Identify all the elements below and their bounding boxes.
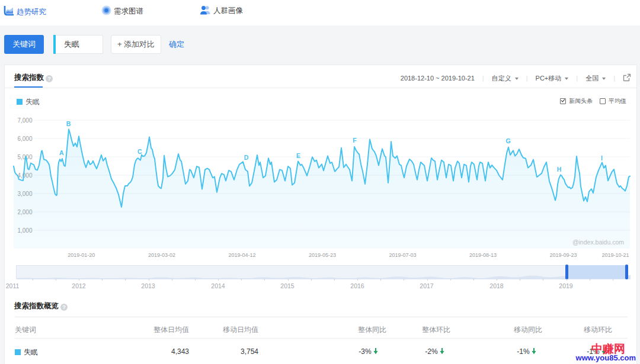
svg-text:F: F [353,137,357,144]
svg-text:2019-08-13: 2019-08-13 [469,252,497,258]
svg-text:A: A [59,149,64,156]
svg-text:B: B [66,120,71,127]
svg-text:2019-10-21: 2019-10-21 [601,252,629,258]
svg-text:I: I [601,154,603,162]
svg-text:7,000: 7,000 [17,117,32,124]
svg-text:2019-04-12: 2019-04-12 [228,252,255,258]
svg-text:E: E [296,152,300,159]
svg-text:2019-09-23: 2019-09-23 [549,252,577,258]
svg-text:G: G [505,137,510,144]
svg-text:2019-07-03: 2019-07-03 [389,252,416,258]
svg-text:D: D [244,154,249,161]
svg-text:6,000: 6,000 [17,136,32,142]
svg-text:2019-01-20: 2019-01-20 [68,252,95,258]
svg-text:2019-05-23: 2019-05-23 [309,252,336,258]
svg-text:2019-03-02: 2019-03-02 [148,252,175,258]
svg-text:C: C [137,148,142,155]
svg-text:H: H [557,166,562,173]
